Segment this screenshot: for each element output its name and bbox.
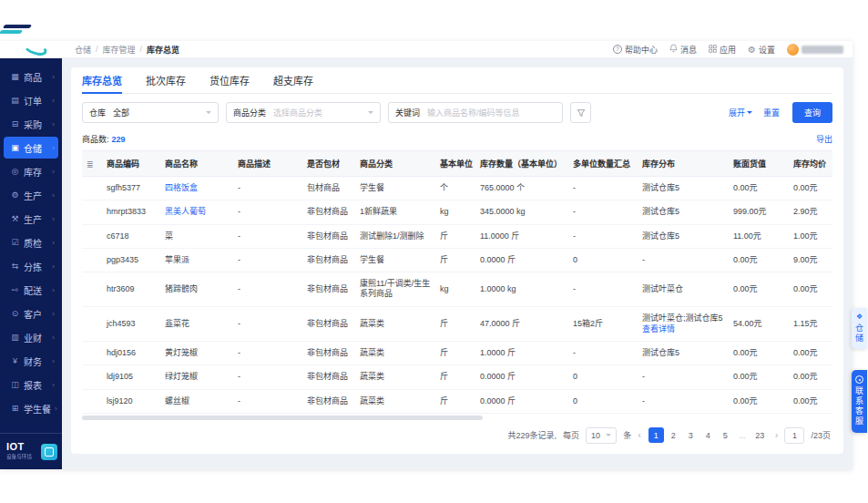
apps-link[interactable]: 应用 — [709, 44, 736, 56]
page-list: 12345...23 — [648, 427, 769, 443]
sidebar-item-finance[interactable]: ¥财务› — [4, 350, 58, 372]
table-row[interactable]: c6718菜-非包材商品测试删除1/测删除斤11.0000 斤-测试仓库511.… — [82, 224, 832, 248]
tab-location[interactable]: 货位库存 — [209, 67, 250, 93]
sidebar-item-orders[interactable]: ▤订单› — [4, 89, 58, 111]
cell-unit: kg — [435, 272, 475, 307]
table-row[interactable]: jch4593韭菜花-非包材商品蔬菜类斤47.0000 斤15箱2斤测试叶菜仓;… — [82, 306, 832, 342]
page-button-2[interactable]: 2 — [666, 427, 681, 443]
iot-section: IOT 设备与环境 — [0, 433, 62, 469]
cell-packing: 非包材商品 — [302, 224, 355, 248]
messages-link[interactable]: 消息 — [669, 44, 697, 56]
breadcrumb-item-inventory-mgmt[interactable]: 库存管理 — [103, 44, 136, 56]
sidebar-item-production-1[interactable]: ⚙生产› — [4, 184, 58, 206]
column-settings-icon[interactable]: ≣ — [87, 159, 94, 169]
warehouse-value: 全部 — [113, 107, 129, 118]
tab-overdraft[interactable]: 超支库存 — [273, 67, 313, 93]
tab-batch[interactable]: 批次库存 — [146, 67, 186, 93]
product-name-link[interactable]: 猪蹄髈肉 — [165, 284, 198, 293]
contact-service-button[interactable]: 联系客服 — [852, 370, 867, 433]
avatar — [787, 44, 799, 56]
breadcrumb-item-warehouse[interactable]: 仓储 — [75, 44, 91, 56]
table-row[interactable]: ldj9105绿灯笼椒-非包材商品蔬菜类斤0.0000 斤0-0.00元0.00… — [82, 365, 832, 389]
product-name-link[interactable]: 螺丝椒 — [165, 396, 189, 405]
warehouse-select[interactable]: 仓库 全部 — [82, 102, 219, 123]
view-detail-link[interactable]: 查看详情 — [642, 324, 724, 334]
reset-button[interactable]: 重置 — [763, 107, 780, 118]
page-button-4[interactable]: 4 — [700, 427, 716, 443]
category-select[interactable]: 商品分类 选择商品分类 — [226, 102, 381, 123]
product-name-link[interactable]: 菜 — [165, 231, 173, 241]
cell-multi: - — [568, 342, 638, 365]
chevron-right-icon: › — [52, 357, 55, 365]
chevron-right-icon: › — [52, 262, 55, 271]
product-name-link[interactable]: 黄灯笼椒 — [165, 348, 198, 357]
breadcrumb-item-current: 库存总览 — [147, 44, 179, 56]
warehouse-float-tag[interactable]: ❖ 仓储 — [852, 308, 867, 349]
sidebar-item-quality[interactable]: ☑质检› — [4, 231, 58, 253]
sidebar-item-warehouse[interactable]: ▣仓储› — [4, 137, 58, 159]
table-row[interactable]: hdj0156黄灯笼椒-非包材商品蔬菜类斤1.0000 斤-测试仓库50.00元… — [82, 342, 832, 365]
iot-device-icon[interactable] — [41, 444, 57, 460]
chevron-right-icon: › — [52, 191, 55, 200]
sidebar-item-biz-finance[interactable]: ▥业财› — [4, 326, 58, 348]
sidebar-item-purchase[interactable]: ⊟采购› — [4, 113, 58, 135]
chevron-right-icon: › — [52, 73, 55, 81]
prev-page-button[interactable]: ‹ — [638, 430, 641, 440]
product-name-link[interactable]: 苹果派 — [165, 255, 189, 264]
export-link[interactable]: 导出 — [816, 133, 832, 145]
user-account[interactable] — [787, 44, 843, 56]
cell-desc: - — [233, 177, 302, 200]
settings-link[interactable]: ⚙ 设置 — [748, 44, 775, 56]
tab-overview[interactable]: 库存总览 — [82, 67, 122, 93]
cell-qty: 0.0000 斤 — [475, 389, 568, 413]
chevron-right-icon: › — [52, 381, 55, 389]
table-body: sgfh5377四格饭盒-包材商品学生餐个765.0000 个-测试仓库50.0… — [82, 177, 832, 414]
keyword-input[interactable] — [427, 108, 535, 118]
table-row[interactable]: pgp3435苹果派-非包材商品学生餐斤0.0000 斤0-0.00元9.00元 — [82, 248, 832, 272]
pagination: 共229条记录, 每页 10 条 ‹ 12345...23 › 1 /23页 — [82, 420, 832, 450]
horizontal-scrollbar[interactable] — [82, 416, 832, 420]
column-header: 库存分布 — [638, 151, 729, 177]
expand-link[interactable]: 展开 — [729, 107, 752, 118]
page-button-3[interactable]: 3 — [683, 427, 699, 443]
iot-title: IOT — [6, 442, 38, 452]
product-name-link[interactable]: 黑美人葡萄 — [165, 207, 206, 216]
product-count-label: 商品数: — [82, 133, 109, 145]
cell-qty: 11.0000 斤 — [475, 224, 568, 248]
search-button[interactable]: 查询 — [792, 102, 832, 123]
cell-category: 1新鲜蔬果 — [355, 200, 435, 224]
funnel-icon — [577, 105, 586, 121]
page-jump-input[interactable]: 1 — [784, 427, 804, 444]
table-row[interactable]: hmrpt3833黑美人葡萄-非包材商品1新鲜蔬果kg345.0000 kg-测… — [82, 200, 832, 224]
page-button-5[interactable]: 5 — [718, 427, 733, 443]
sidebar-item-sorting[interactable]: ⇆分拣› — [4, 255, 58, 277]
scrollbar-thumb[interactable] — [82, 416, 483, 420]
column-header: 商品描述 — [233, 151, 302, 177]
sidebar-item-customers[interactable]: ⊙客户› — [4, 303, 58, 324]
sidebar-item-production-2[interactable]: ⚒生产› — [4, 208, 58, 230]
page-size-select[interactable]: 10 — [586, 427, 617, 444]
help-center-link[interactable]: ? 帮助中心 — [613, 44, 658, 56]
tabs: 库存总览批次库存货位库存超支库存 — [82, 67, 832, 94]
table-head: ≣商品编码商品名称商品描述是否包材商品分类基本单位库存数量（基本单位）多单位数量… — [82, 151, 832, 177]
sidebar-item-delivery[interactable]: ⇨配送› — [4, 279, 58, 301]
total-records: 共229条记录, — [508, 429, 557, 441]
table-row[interactable]: htr3609猪蹄髈肉-非包材商品康熙11/干调类/生生系列商品kg1.0000… — [82, 272, 832, 307]
sidebar-item-student-meal[interactable]: ⊞学生餐› — [4, 397, 58, 419]
page-button-1[interactable]: 1 — [648, 427, 664, 443]
next-page-button[interactable]: › — [775, 430, 779, 440]
table-row[interactable]: sgfh5377四格饭盒-包材商品学生餐个765.0000 个-测试仓库50.0… — [82, 177, 832, 200]
page-button-23[interactable]: 23 — [752, 427, 768, 443]
table-row[interactable]: lsj9120螺丝椒-非包材商品蔬菜类斤0.0000 斤0-0.00元0.00元 — [82, 389, 832, 413]
sidebar-item-goods[interactable]: ▦商品› — [4, 66, 58, 87]
inventory-icon: ◎ — [10, 167, 20, 176]
product-name-link[interactable]: 绿灯笼椒 — [165, 372, 198, 381]
product-name-link[interactable]: 四格饭盒 — [165, 183, 198, 192]
cell-price: 0.00元 — [789, 177, 832, 200]
cell-value: 0.00元 — [729, 272, 789, 307]
sidebar-item-reports[interactable]: ◫报表› — [4, 374, 58, 395]
filter-funnel-button[interactable] — [570, 102, 591, 123]
product-name-link[interactable]: 韭菜花 — [165, 319, 189, 328]
sidebar-item-inventory[interactable]: ◎库存› — [4, 160, 58, 182]
cell-name: 韭菜花 — [160, 306, 233, 342]
